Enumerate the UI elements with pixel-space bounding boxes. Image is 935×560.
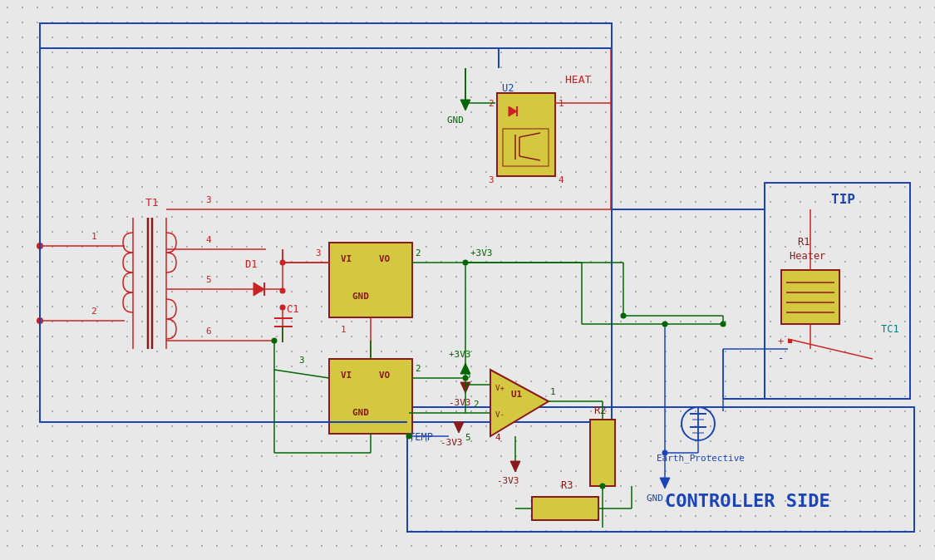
vr1-gnd-label: GND bbox=[352, 291, 369, 302]
vr2-pin2-label: 2 bbox=[416, 363, 421, 374]
d1-label: D1 bbox=[245, 258, 257, 270]
u1-pin5-label: 5 bbox=[465, 432, 471, 443]
u2-label: U2 bbox=[502, 82, 514, 94]
t1-pin4-label: 4 bbox=[206, 234, 212, 245]
tc1-plus-label: + bbox=[778, 336, 784, 347]
svg-line-90 bbox=[788, 339, 873, 359]
u1-label: U1 bbox=[511, 389, 523, 400]
svg-point-118 bbox=[721, 322, 726, 327]
svg-marker-62 bbox=[510, 461, 520, 472]
u2-pin3-label: 3 bbox=[489, 174, 495, 185]
u1-minus3v3-2-label: -3V3 bbox=[497, 475, 519, 486]
svg-rect-0 bbox=[40, 23, 612, 422]
r1-label: R1 bbox=[798, 236, 810, 248]
svg-marker-56 bbox=[490, 370, 549, 436]
t1-pin6-label: 6 bbox=[206, 326, 212, 336]
svg-point-66 bbox=[406, 434, 412, 440]
t1-pin1-label: 1 bbox=[91, 231, 97, 242]
svg-point-98 bbox=[621, 313, 627, 319]
tc1-minus-label: - bbox=[778, 352, 784, 364]
vr2-vi-label: VI bbox=[341, 370, 352, 381]
svg-point-22 bbox=[280, 288, 286, 294]
svg-line-34 bbox=[274, 370, 329, 378]
tip-label: TIP bbox=[831, 191, 855, 207]
u1-vminus-label: V- bbox=[495, 410, 504, 419]
u1-pin2-label: 2 bbox=[474, 399, 480, 410]
svg-point-74 bbox=[600, 484, 606, 489]
svg-rect-2 bbox=[407, 407, 914, 532]
t1-pin3-label: 3 bbox=[206, 194, 212, 205]
c1-label: C1 bbox=[287, 303, 298, 315]
vr2-gnd-label: GND bbox=[352, 407, 369, 418]
vr1-pin2-label: 2 bbox=[416, 248, 421, 258]
u2-gnd-label: GND bbox=[447, 115, 464, 125]
plus3v3-label: +3V3 bbox=[470, 248, 493, 258]
svg-rect-70 bbox=[532, 497, 598, 520]
controller-side-label: CONTROLLER SIDE bbox=[665, 490, 830, 511]
r3-label: R3 bbox=[561, 479, 573, 491]
minus3v3-label: -3V3 bbox=[449, 397, 471, 408]
svg-rect-67 bbox=[590, 420, 615, 486]
vr2-pin3-label: 3 bbox=[299, 355, 305, 366]
u1-pin1-label: 1 bbox=[550, 386, 556, 397]
vr1-pin3-label: 3 bbox=[316, 248, 322, 258]
r2-gnd-label: GND bbox=[647, 493, 663, 504]
earth-protective-label: Earth_Protective bbox=[657, 453, 745, 464]
svg-marker-76 bbox=[660, 478, 670, 489]
svg-rect-91 bbox=[788, 339, 792, 343]
svg-marker-18 bbox=[253, 282, 264, 296]
svg-marker-64 bbox=[454, 422, 464, 433]
t1-label: T1 bbox=[145, 196, 159, 209]
vr1-pin1-label: 1 bbox=[341, 324, 347, 335]
r2-label: R2 bbox=[594, 405, 606, 416]
t1-pin2-label: 2 bbox=[91, 306, 97, 317]
r1-heater-label: Heater bbox=[790, 250, 825, 262]
svg-rect-41 bbox=[503, 129, 549, 166]
svg-point-16 bbox=[272, 338, 278, 344]
u1-vplus-label: V+ bbox=[495, 384, 504, 392]
temp-label: TEMP bbox=[409, 431, 433, 443]
svg-rect-83 bbox=[781, 270, 839, 324]
u1-plus3v3-label: +3V3 bbox=[449, 349, 471, 360]
vr2-vo-label: VO bbox=[379, 370, 391, 381]
u1-minus3v3-3-label: -3V3 bbox=[440, 437, 463, 448]
tc1-label: TC1 bbox=[881, 323, 899, 335]
svg-point-27 bbox=[280, 305, 286, 311]
u2-pin4-label: 4 bbox=[559, 174, 564, 185]
vr1-vo-label: VO bbox=[379, 253, 391, 264]
svg-point-117 bbox=[662, 322, 668, 327]
heat-label: HEAT bbox=[565, 73, 591, 86]
t1-pin5-label: 5 bbox=[206, 274, 212, 285]
u1-pin4-label: 4 bbox=[495, 432, 501, 443]
vr1-vi-label: VI bbox=[341, 253, 352, 264]
